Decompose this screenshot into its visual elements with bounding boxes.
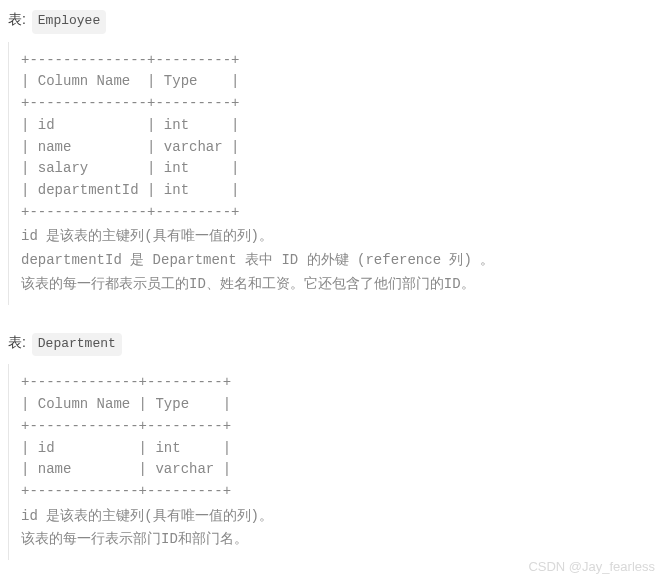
table1-desc-line1: id 是该表的主键列(具有唯一值的列)。 bbox=[21, 225, 645, 249]
table2-schema-block: +-------------+---------+ | Column Name … bbox=[8, 364, 657, 560]
table1-name-tag: Employee bbox=[32, 10, 106, 34]
table2-description: id 是该表的主键列(具有唯一值的列)。 该表的每一行表示部门ID和部门名。 bbox=[21, 505, 645, 553]
table1-label: 表: Employee bbox=[8, 8, 657, 34]
table2-desc-line2: 该表的每一行表示部门ID和部门名。 bbox=[21, 528, 645, 552]
table1-desc-line3: 该表的每一行都表示员工的ID、姓名和工资。它还包含了他们部门的ID。 bbox=[21, 273, 645, 297]
table2-desc-line1: id 是该表的主键列(具有唯一值的列)。 bbox=[21, 505, 645, 529]
table2-schema: +-------------+---------+ | Column Name … bbox=[21, 372, 645, 502]
table2-name-tag: Department bbox=[32, 333, 122, 357]
table1-label-prefix: 表: bbox=[8, 11, 30, 27]
table1-schema: +--------------+---------+ | Column Name… bbox=[21, 50, 645, 224]
table2-label: 表: Department bbox=[8, 331, 657, 357]
table1-schema-block: +--------------+---------+ | Column Name… bbox=[8, 42, 657, 305]
table1-description: id 是该表的主键列(具有唯一值的列)。 departmentId 是 Depa… bbox=[21, 225, 645, 296]
table2-label-prefix: 表: bbox=[8, 334, 30, 350]
watermark: CSDN @Jay_fearless bbox=[528, 557, 655, 578]
table1-desc-line2: departmentId 是 Department 表中 ID 的外键 (ref… bbox=[21, 249, 645, 273]
